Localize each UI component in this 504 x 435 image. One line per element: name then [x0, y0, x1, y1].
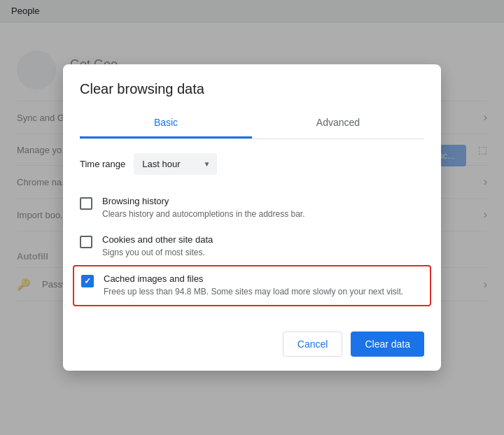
checkbox-browsing-history[interactable]: Browsing history Clears history and auto…: [80, 189, 424, 227]
checkbox-cached-images[interactable]: Cached images and files Frees up less th…: [73, 265, 431, 306]
browsing-history-desc: Clears history and autocompletions in th…: [102, 208, 424, 220]
checkbox-browsing-history-input[interactable]: [80, 197, 92, 210]
modal-tabs: Basic Advanced: [80, 108, 424, 139]
cookies-label: Cookies and other site data: [102, 234, 424, 245]
time-range-select[interactable]: Last hour Last 24 hours Last 7 days Last…: [134, 153, 217, 175]
modal-footer: Cancel Clear data: [63, 320, 441, 371]
modal-title: Clear browsing data: [80, 81, 424, 97]
modal-body: Time range Last hour Last 24 hours Last …: [63, 139, 441, 320]
cached-images-label: Cached images and files: [104, 273, 423, 284]
time-range-select-wrapper[interactable]: Last hour Last 24 hours Last 7 days Last…: [134, 153, 217, 175]
checkbox-cached-images-input[interactable]: [81, 275, 94, 287]
checkbox-cookies-input[interactable]: [80, 236, 92, 248]
browsing-history-label: Browsing history: [102, 196, 424, 206]
cookies-desc: Signs you out of most sites.: [102, 247, 424, 259]
checkbox-cookies[interactable]: Cookies and other site data Signs you ou…: [80, 227, 424, 266]
modal-overlay: Clear browsing data Basic Advanced Time …: [0, 0, 504, 435]
clear-browsing-data-modal: Clear browsing data Basic Advanced Time …: [63, 64, 441, 371]
time-range-label: Time range: [80, 159, 125, 169]
time-range-row: Time range Last hour Last 24 hours Last …: [80, 153, 424, 175]
tab-basic[interactable]: Basic: [80, 108, 252, 138]
cancel-button[interactable]: Cancel: [283, 331, 343, 357]
tab-advanced[interactable]: Advanced: [252, 108, 424, 138]
modal-header: Clear browsing data Basic Advanced: [63, 64, 441, 139]
cached-images-desc: Frees up less than 94.8 MB. Some sites m…: [104, 286, 423, 298]
clear-data-button[interactable]: Clear data: [351, 331, 424, 357]
